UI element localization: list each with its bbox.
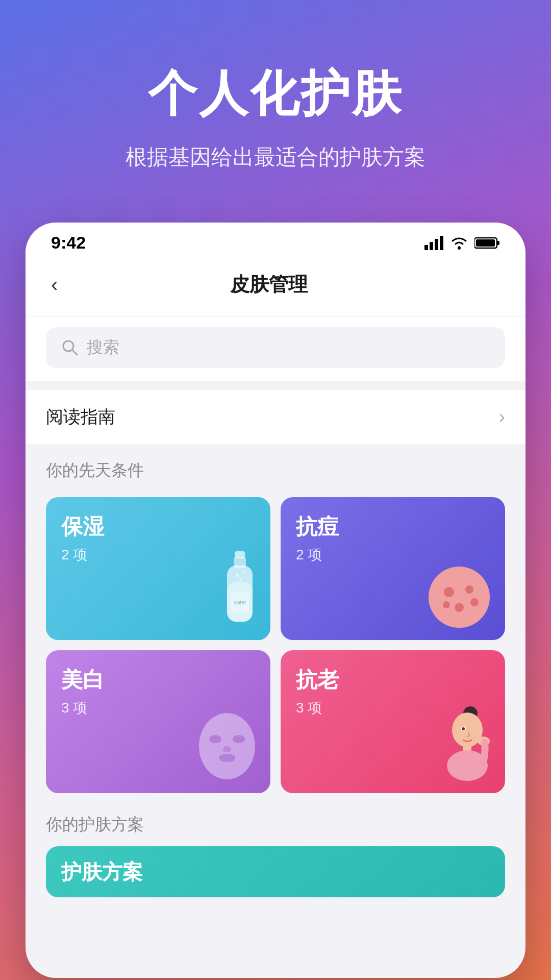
search-icon bbox=[61, 339, 79, 356]
svg-point-29 bbox=[223, 746, 231, 752]
skincare-section: 你的护肤方案 护肤方案 bbox=[26, 803, 525, 897]
conditions-section-title: 你的先天条件 bbox=[46, 459, 505, 482]
signal-icon bbox=[424, 236, 444, 250]
water-bottle-illustration: water bbox=[219, 551, 260, 635]
svg-point-22 bbox=[455, 603, 464, 612]
sub-title: 根据基因给出最适合的护肤方案 bbox=[31, 143, 520, 172]
phone-frame: 9:42 ‹ 皮肤管 bbox=[26, 223, 525, 978]
svg-point-21 bbox=[465, 585, 473, 594]
chevron-right-icon: › bbox=[499, 406, 505, 428]
guide-label: 阅读指南 bbox=[46, 405, 115, 429]
card-moisturizing-title: 保湿 bbox=[61, 512, 104, 541]
wifi-icon bbox=[450, 236, 468, 250]
card-acne-title: 抗痘 bbox=[296, 512, 339, 541]
svg-point-26 bbox=[209, 735, 221, 743]
svg-point-16 bbox=[236, 574, 239, 577]
svg-point-24 bbox=[470, 598, 479, 606]
card-acne[interactable]: 抗痘 2 项 bbox=[281, 497, 505, 640]
card-antiaging[interactable]: 抗老 3 项 bbox=[281, 650, 505, 793]
status-bar: 9:42 bbox=[26, 223, 525, 258]
svg-point-19 bbox=[429, 567, 490, 628]
svg-point-37 bbox=[462, 727, 465, 730]
face-mask-illustration bbox=[194, 709, 260, 788]
main-title: 个人化护肤 bbox=[31, 61, 520, 128]
page-title: 皮肤管理 bbox=[63, 272, 474, 298]
person-illustration bbox=[434, 699, 495, 788]
svg-rect-1 bbox=[430, 242, 433, 250]
card-moisturizing-count: 2 项 bbox=[61, 547, 87, 562]
svg-rect-10 bbox=[235, 551, 245, 558]
svg-point-17 bbox=[243, 572, 245, 574]
svg-rect-2 bbox=[435, 239, 438, 250]
svg-rect-7 bbox=[476, 239, 495, 247]
card-acne-count: 2 项 bbox=[296, 547, 322, 562]
search-placeholder: 搜索 bbox=[87, 336, 119, 359]
guide-row[interactable]: 阅读指南 › bbox=[26, 390, 525, 444]
svg-point-27 bbox=[233, 735, 245, 743]
conditions-section: 你的先天条件 bbox=[26, 444, 525, 497]
svg-point-23 bbox=[443, 601, 450, 608]
skincare-section-title: 你的护肤方案 bbox=[46, 814, 505, 836]
battery-icon bbox=[474, 236, 500, 250]
card-whitening-title: 美白 bbox=[61, 666, 104, 694]
svg-point-4 bbox=[458, 247, 461, 250]
card-antiaging-count: 3 项 bbox=[296, 700, 322, 716]
svg-point-18 bbox=[240, 578, 242, 581]
card-whitening-count: 3 项 bbox=[61, 700, 87, 716]
back-button[interactable]: ‹ bbox=[46, 268, 63, 301]
skincare-card[interactable]: 护肤方案 bbox=[46, 846, 505, 897]
svg-rect-3 bbox=[440, 236, 443, 250]
search-bar-container: 搜索 bbox=[26, 317, 525, 381]
status-icons bbox=[424, 236, 500, 250]
svg-line-9 bbox=[72, 350, 77, 355]
svg-point-28 bbox=[219, 754, 235, 762]
search-input[interactable]: 搜索 bbox=[46, 327, 505, 368]
card-antiaging-title: 抗老 bbox=[296, 666, 339, 694]
card-moisturizing[interactable]: 保湿 2 项 water bbox=[46, 497, 270, 640]
svg-text:water: water bbox=[233, 600, 246, 605]
card-whitening[interactable]: 美白 3 项 bbox=[46, 650, 270, 793]
cards-grid: 保湿 2 项 water bbox=[26, 497, 525, 803]
skincare-card-title: 护肤方案 bbox=[61, 858, 143, 886]
svg-rect-0 bbox=[424, 245, 428, 250]
nav-bar: ‹ 皮肤管理 bbox=[26, 258, 525, 317]
svg-rect-6 bbox=[497, 241, 499, 245]
svg-point-20 bbox=[444, 587, 454, 597]
acne-face-illustration bbox=[423, 561, 495, 635]
status-time: 9:42 bbox=[51, 233, 86, 253]
